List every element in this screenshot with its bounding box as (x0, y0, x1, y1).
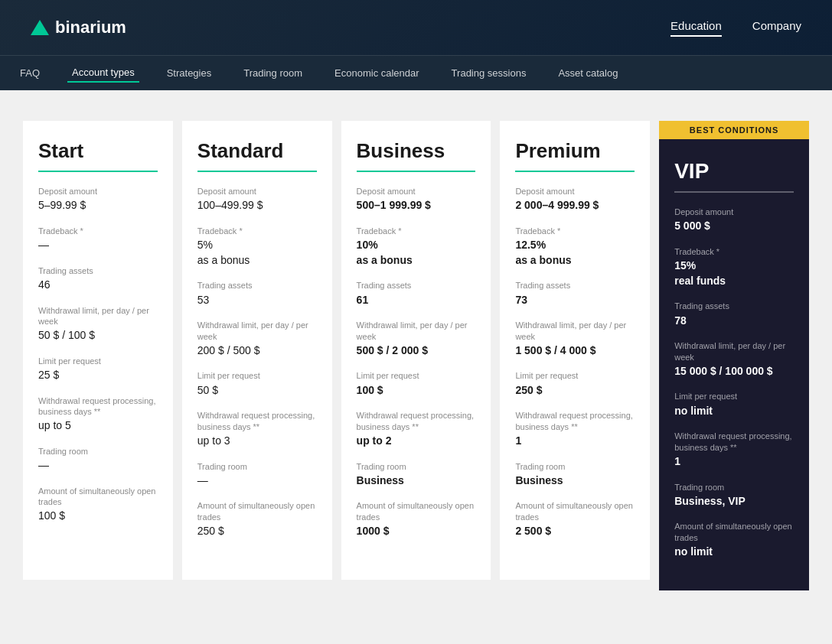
logo-icon (31, 20, 49, 35)
card-title-business: Business (357, 139, 476, 163)
main-content: StartDeposit amount5–99.99 $Tradeback *—… (0, 90, 832, 644)
field-value-start-0: 5–99.99 $ (38, 198, 158, 213)
field-label-business-7: Amount of simultaneously open trades (357, 500, 476, 522)
subnav-trading-room[interactable]: Trading room (239, 64, 307, 82)
field-label-premium-1: Tradeback * (515, 226, 635, 236)
field-label-premium-7: Amount of simultaneously open trades (515, 500, 635, 522)
top-navigation: binarium Education Company (0, 0, 832, 55)
field-label-standard-5: Withdrawal request processing, business … (197, 410, 317, 432)
field-value-start-6: — (38, 458, 158, 473)
subnav-economic-calendar[interactable]: Economic calendar (330, 64, 424, 82)
field-label-standard-1: Tradeback * (197, 226, 317, 236)
field-label-business-1: Tradeback * (357, 226, 476, 236)
field-label-business-0: Deposit amount (357, 186, 476, 197)
field-label-vip-6: Trading room (674, 482, 794, 493)
nav-education[interactable]: Education (670, 19, 722, 37)
field-value-premium-4: 250 $ (515, 383, 635, 398)
field-label-business-4: Limit per request (357, 370, 476, 381)
field-label-vip-1: Tradeback * (674, 246, 794, 257)
field-label-vip-7: Amount of simultaneously open trades (674, 521, 794, 543)
field-label-premium-2: Trading assets (515, 280, 635, 291)
field-value-business-1: 10%as a bonus (357, 238, 476, 268)
field-value-premium-5: 1 (515, 434, 635, 449)
field-value-start-7: 100 $ (38, 509, 158, 524)
account-cards-container: StartDeposit amount5–99.99 $Tradeback *—… (23, 121, 809, 590)
field-value-standard-7: 250 $ (197, 524, 317, 539)
field-label-premium-4: Limit per request (515, 370, 635, 381)
field-value-vip-7: no limit (674, 545, 794, 560)
vip-badge: BEST CONDITIONS (659, 121, 809, 139)
field-label-premium-6: Trading room (515, 461, 635, 472)
field-value-standard-2: 53 (197, 293, 317, 308)
field-label-vip-2: Trading assets (674, 301, 794, 311)
field-value-business-0: 500–1 999.99 $ (357, 198, 476, 213)
field-label-start-2: Trading assets (38, 265, 158, 276)
field-label-standard-2: Trading assets (197, 280, 317, 291)
account-card-vip: BEST CONDITIONSVIPDeposit amount5 000 $T… (659, 121, 809, 590)
field-value-business-3: 500 $ / 2 000 $ (357, 343, 476, 359)
field-label-business-2: Trading assets (357, 280, 476, 291)
field-value-premium-2: 73 (515, 293, 635, 308)
field-value-business-6: Business (357, 473, 476, 489)
subnav-asset-catalog[interactable]: Asset catalog (553, 64, 622, 82)
field-value-standard-3: 200 $ / 500 $ (197, 343, 317, 359)
card-divider-premium (515, 171, 635, 172)
field-value-start-5: up to 5 (38, 418, 158, 434)
field-label-vip-4: Limit per request (674, 391, 794, 402)
card-title-start: Start (38, 139, 158, 163)
field-value-start-2: 46 (38, 278, 158, 293)
field-label-start-5: Withdrawal request processing, business … (38, 395, 158, 418)
field-label-start-1: Tradeback * (38, 226, 158, 236)
field-value-business-5: up to 2 (357, 434, 476, 449)
field-value-premium-0: 2 000–4 999.99 $ (515, 198, 635, 213)
field-value-standard-1: 5%as a bonus (197, 238, 317, 268)
card-divider-business (357, 171, 476, 172)
field-value-standard-5: up to 3 (197, 434, 317, 449)
field-label-premium-3: Withdrawal limit, per day / per week (515, 320, 635, 342)
account-card-start: StartDeposit amount5–99.99 $Tradeback *—… (23, 121, 173, 580)
sub-navigation: FAQ Account types Strategies Trading roo… (0, 55, 832, 90)
field-value-start-1: — (38, 238, 158, 253)
field-value-business-4: 100 $ (357, 383, 476, 398)
field-label-business-5: Withdrawal request processing, business … (357, 410, 476, 432)
top-nav-links: Education Company (670, 19, 801, 37)
subnav-account-types[interactable]: Account types (67, 63, 139, 83)
card-title-vip: VIP (674, 159, 794, 184)
card-divider-standard (197, 171, 317, 172)
field-value-vip-5: 1 (674, 454, 794, 470)
field-label-standard-4: Limit per request (197, 370, 317, 381)
field-value-standard-0: 100–499.99 $ (197, 198, 317, 213)
field-value-standard-6: — (197, 473, 317, 489)
field-label-start-6: Trading room (38, 446, 158, 457)
field-value-business-7: 1000 $ (357, 524, 476, 539)
field-value-vip-6: Business, VIP (674, 494, 794, 509)
field-label-standard-6: Trading room (197, 461, 317, 472)
account-card-business: BusinessDeposit amount500–1 999.99 $Trad… (341, 121, 491, 580)
field-value-start-4: 25 $ (38, 368, 158, 383)
field-value-vip-1: 15%real funds (674, 259, 794, 288)
field-label-vip-3: Withdrawal limit, per day / per week (674, 340, 794, 363)
field-value-vip-0: 5 000 $ (674, 219, 794, 234)
field-label-vip-0: Deposit amount (674, 207, 794, 217)
field-label-standard-3: Withdrawal limit, per day / per week (197, 320, 317, 342)
card-title-standard: Standard (197, 139, 317, 163)
field-value-premium-7: 2 500 $ (515, 524, 635, 539)
account-card-premium: PremiumDeposit amount2 000–4 999.99 $Tra… (500, 121, 650, 580)
field-label-business-3: Withdrawal limit, per day / per week (357, 320, 476, 342)
field-value-business-2: 61 (357, 293, 476, 308)
field-value-premium-3: 1 500 $ / 4 000 $ (515, 343, 635, 359)
card-title-premium: Premium (515, 139, 635, 163)
field-label-start-4: Limit per request (38, 356, 158, 366)
field-value-start-3: 50 $ / 100 $ (38, 328, 158, 343)
card-divider-start (38, 171, 158, 172)
card-divider-vip (674, 191, 794, 193)
subnav-strategies[interactable]: Strategies (162, 64, 217, 82)
logo-text: binarium (55, 18, 126, 37)
subnav-trading-sessions[interactable]: Trading sessions (447, 64, 531, 82)
nav-company[interactable]: Company (752, 19, 801, 37)
logo[interactable]: binarium (31, 18, 126, 37)
field-value-vip-2: 78 (674, 314, 794, 329)
field-label-start-7: Amount of simultaneously open trades (38, 486, 158, 508)
field-value-premium-1: 12.5%as a bonus (515, 238, 635, 268)
subnav-faq[interactable]: FAQ (15, 64, 44, 82)
